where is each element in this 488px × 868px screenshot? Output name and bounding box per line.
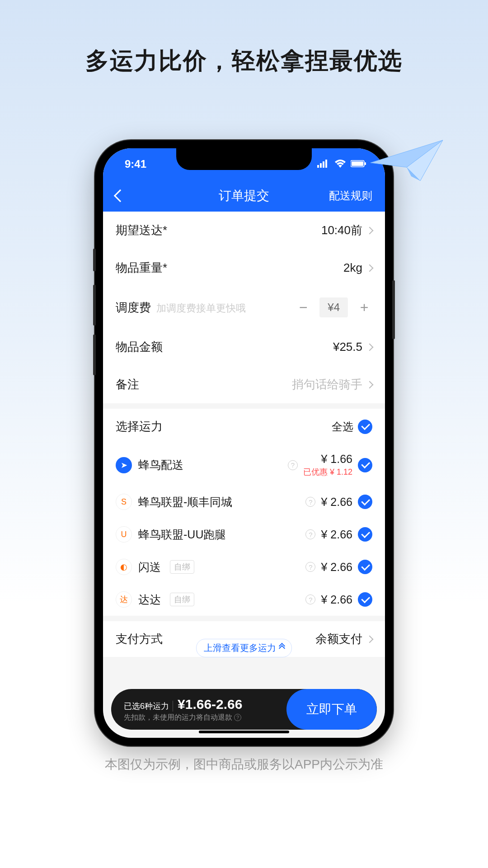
item-amount-label: 物品金额 [116, 339, 163, 355]
stepper-minus-button[interactable]: − [295, 299, 311, 316]
info-icon[interactable]: ? [234, 714, 241, 721]
carrier-row[interactable]: 达 达达 自绑 ? ¥ 2.66 [103, 583, 385, 616]
carrier-logo-icon: 达 [116, 591, 132, 608]
carrier-row[interactable]: U 蜂鸟联盟-UU跑腿 ? ¥ 2.66 [103, 518, 385, 551]
chevron-icon [366, 381, 374, 388]
nav-bar: 订单提交 配送规则 [103, 180, 385, 212]
carrier-row[interactable]: ◐ 闪送 自绑 ? ¥ 2.66 [103, 551, 385, 583]
chevron-icon [366, 264, 374, 272]
signal-icon [317, 158, 330, 170]
payment-value: 余额支付 [315, 631, 362, 647]
expected-delivery-label: 期望送达* [116, 222, 167, 238]
info-icon[interactable]: ? [305, 594, 315, 604]
carrier-logo-icon: U [116, 526, 132, 542]
back-icon[interactable] [114, 189, 127, 202]
carrier-price: ¥ 2.66 [321, 528, 352, 541]
disclaimer-text: 本图仅为示例，图中商品或服务以APP内公示为准 [0, 756, 488, 773]
wifi-icon [334, 158, 346, 170]
home-indicator[interactable] [199, 731, 289, 733]
info-icon[interactable]: ? [288, 460, 298, 470]
chevron-icon [366, 635, 374, 643]
chevron-icon [366, 343, 374, 351]
item-amount-row[interactable]: 物品金额 ¥25.5 [103, 328, 385, 366]
carrier-discount: 已优惠 ¥ 1.12 [303, 467, 352, 477]
delivery-rules-link[interactable]: 配送规则 [329, 189, 372, 203]
bottom-checkout-bar: 已选6种运力 ¥1.66-2.66 先扣款，未使用的运力将自动退款 ? 立即下单 [111, 689, 377, 730]
info-icon[interactable]: ? [305, 497, 315, 507]
carrier-price: ¥ 2.66 [321, 495, 352, 509]
swipe-up-hint[interactable]: 上滑查看更多运力 [196, 639, 292, 657]
phone-notch [176, 148, 312, 170]
dispatch-fee-label: 调度费 [116, 301, 151, 314]
self-bind-tag: 自绑 [170, 560, 194, 574]
dispatch-fee-hint: 加调度费接单更快哦 [156, 302, 246, 314]
check-icon [358, 420, 372, 434]
check-icon[interactable] [358, 527, 372, 542]
swipe-hint-text: 上滑查看更多运力 [204, 642, 276, 654]
remark-label: 备注 [116, 377, 139, 392]
status-time: 9:41 [121, 158, 146, 170]
item-weight-row[interactable]: 物品重量* 2kg [103, 249, 385, 287]
check-icon[interactable] [358, 495, 372, 509]
select-all-toggle[interactable]: 全选 [332, 420, 372, 434]
check-icon[interactable] [358, 560, 372, 574]
carrier-name: 闪送 [138, 560, 161, 575]
phone-mockup: 9:41 订单提交 配送规则 [95, 140, 393, 746]
svg-rect-8 [352, 161, 363, 166]
select-all-label: 全选 [332, 420, 353, 434]
chevron-icon [366, 226, 374, 234]
remark-row[interactable]: 备注 捎句话给骑手 [103, 366, 385, 403]
carrier-row[interactable]: S 蜂鸟联盟-顺丰同城 ? ¥ 2.66 [103, 486, 385, 518]
carrier-name: 达达 [138, 592, 161, 607]
check-icon[interactable] [358, 458, 372, 472]
check-icon[interactable] [358, 592, 372, 607]
dispatch-fee-row: 调度费 加调度费接单更快哦 − ¥4 + [103, 287, 385, 328]
selected-count-text: 已选6种运力 [124, 701, 173, 712]
carrier-price: ¥ 2.66 [321, 593, 352, 606]
carrier-name: 蜂鸟联盟-顺丰同城 [138, 495, 232, 509]
remark-placeholder: 捎句话给骑手 [292, 377, 362, 392]
carrier-logo-icon: ◐ [116, 559, 132, 575]
self-bind-tag: 自绑 [170, 593, 194, 606]
carrier-price: ¥ 1.66 [321, 453, 352, 466]
carrier-section-title: 选择运力 [116, 419, 163, 434]
headline-text: 多运力比价，轻松拿捏最优选 [0, 45, 488, 77]
submit-order-button[interactable]: 立即下单 [286, 689, 377, 730]
expected-delivery-row[interactable]: 期望送达* 10:40前 [103, 212, 385, 249]
info-icon[interactable]: ? [305, 529, 315, 539]
dispatch-fee-value: ¥4 [319, 297, 348, 317]
expected-delivery-value: 10:40前 [321, 222, 362, 238]
svg-rect-6 [325, 160, 327, 168]
stepper-plus-button[interactable]: + [356, 299, 372, 316]
chevron-up-icon [280, 646, 284, 651]
svg-rect-4 [320, 163, 322, 168]
carrier-name: 蜂鸟联盟-UU跑腿 [138, 527, 226, 542]
carrier-price: ¥ 2.66 [321, 561, 352, 574]
svg-rect-3 [317, 165, 319, 168]
payment-label: 支付方式 [116, 631, 163, 647]
info-icon[interactable]: ? [305, 562, 315, 572]
carrier-logo-icon: S [116, 494, 132, 510]
dispatch-fee-stepper: − ¥4 + [295, 297, 372, 317]
price-range-text: ¥1.66-2.66 [178, 697, 242, 712]
carrier-name: 蜂鸟配送 [138, 458, 183, 472]
battery-icon [351, 158, 367, 170]
carrier-row[interactable]: ➤ 蜂鸟配送 ? ¥ 1.66 已优惠 ¥ 1.12 [103, 444, 385, 486]
svg-rect-5 [323, 161, 324, 168]
paper-plane-icon [366, 136, 447, 190]
refund-note-text: 先扣款，未使用的运力将自动退款 [124, 713, 232, 722]
item-amount-value: ¥25.5 [333, 340, 362, 354]
item-weight-value: 2kg [343, 261, 362, 275]
carrier-logo-icon: ➤ [116, 457, 132, 473]
nav-title: 订单提交 [219, 187, 269, 204]
item-weight-label: 物品重量* [116, 260, 167, 276]
